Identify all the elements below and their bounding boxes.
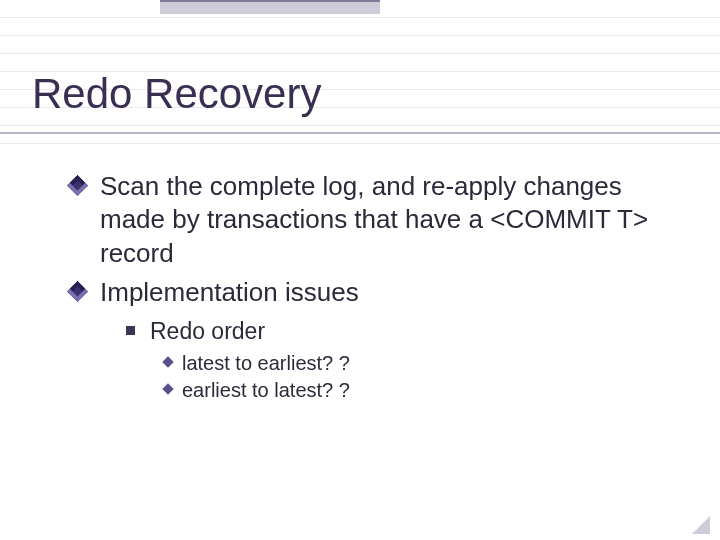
small-diamond-bullet-icon [162,383,173,394]
bullet-level2: Redo order [126,317,672,346]
page-curl-icon [690,514,710,534]
header-accent-bar [160,0,380,14]
bullet-text: Implementation issues [100,277,359,307]
bullet-level3: earliest to latest? ? [164,378,672,404]
bullet-text: latest to earliest? ? [182,352,350,374]
diamond-bullet-icon [67,175,88,196]
bullet-level1: Implementation issues [70,276,672,309]
bullet-level3: latest to earliest? ? [164,351,672,377]
slide-body: Scan the complete log, and re-apply chan… [70,170,672,406]
slide-title: Redo Recovery [32,70,321,118]
title-underline [0,132,720,134]
bullet-text: Redo order [150,318,265,344]
bullet-level1: Scan the complete log, and re-apply chan… [70,170,672,270]
small-diamond-bullet-icon [162,356,173,367]
square-bullet-icon [126,326,135,335]
bullet-text: earliest to latest? ? [182,379,350,401]
diamond-bullet-icon [67,281,88,302]
bullet-text: Scan the complete log, and re-apply chan… [100,171,648,268]
